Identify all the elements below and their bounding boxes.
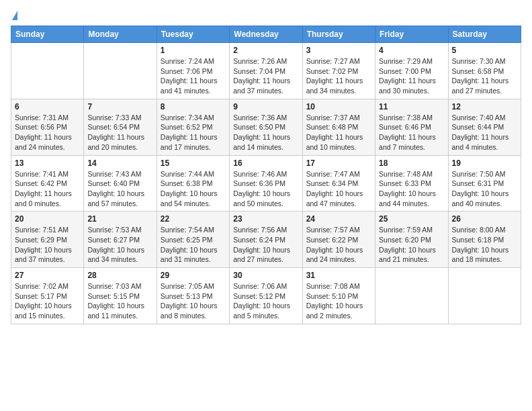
day-info: Sunrise: 8:00 AMSunset: 6:18 PMDaylight:… (452, 225, 517, 265)
day-info: Sunrise: 7:54 AMSunset: 6:25 PMDaylight:… (161, 225, 226, 265)
calendar-cell: 5Sunrise: 7:30 AMSunset: 6:58 PMDaylight… (448, 43, 521, 99)
day-info: Sunrise: 7:03 AMSunset: 5:15 PMDaylight:… (87, 281, 152, 321)
weekday-header: Sunday (11, 26, 84, 43)
day-number: 21 (87, 214, 152, 224)
calendar-cell (448, 268, 521, 324)
weekday-header: Thursday (302, 26, 375, 43)
day-info: Sunrise: 7:24 AMSunset: 7:06 PMDaylight:… (161, 56, 226, 96)
calendar-cell: 27Sunrise: 7:02 AMSunset: 5:17 PMDayligh… (11, 268, 84, 324)
logo-icon (12, 11, 17, 20)
logo (11, 11, 17, 20)
day-number: 7 (87, 102, 152, 111)
calendar-cell: 21Sunrise: 7:53 AMSunset: 6:27 PMDayligh… (84, 212, 157, 268)
day-number: 26 (452, 214, 517, 224)
day-info: Sunrise: 7:26 AMSunset: 7:04 PMDaylight:… (233, 56, 298, 96)
calendar-week-row: 6Sunrise: 7:31 AMSunset: 6:56 PMDaylight… (11, 99, 521, 155)
day-info: Sunrise: 7:31 AMSunset: 6:56 PMDaylight:… (15, 113, 80, 152)
day-number: 19 (452, 158, 517, 168)
day-number: 15 (161, 158, 226, 168)
calendar-cell: 26Sunrise: 8:00 AMSunset: 6:18 PMDayligh… (448, 212, 521, 268)
day-number: 4 (379, 46, 444, 55)
day-number: 2 (233, 46, 298, 55)
day-number: 31 (306, 271, 371, 280)
calendar-cell (375, 268, 448, 324)
calendar-cell: 31Sunrise: 7:08 AMSunset: 5:10 PMDayligh… (302, 268, 375, 324)
calendar-cell: 18Sunrise: 7:48 AMSunset: 6:33 PMDayligh… (375, 155, 448, 212)
calendar-week-row: 1Sunrise: 7:24 AMSunset: 7:06 PMDaylight… (11, 43, 521, 99)
day-info: Sunrise: 7:37 AMSunset: 6:48 PMDaylight:… (306, 113, 371, 152)
day-number: 18 (379, 158, 444, 168)
calendar-cell (84, 43, 157, 99)
calendar-cell: 1Sunrise: 7:24 AMSunset: 7:06 PMDaylight… (157, 43, 229, 99)
calendar-cell: 13Sunrise: 7:41 AMSunset: 6:42 PMDayligh… (11, 155, 84, 212)
calendar-cell: 7Sunrise: 7:33 AMSunset: 6:54 PMDaylight… (84, 99, 157, 155)
day-info: Sunrise: 7:50 AMSunset: 6:31 PMDaylight:… (452, 169, 517, 209)
calendar-cell: 6Sunrise: 7:31 AMSunset: 6:56 PMDaylight… (11, 99, 84, 155)
calendar-cell: 17Sunrise: 7:47 AMSunset: 6:34 PMDayligh… (302, 155, 375, 212)
weekday-header: Saturday (448, 26, 521, 43)
day-number: 14 (87, 158, 152, 168)
calendar-cell: 28Sunrise: 7:03 AMSunset: 5:15 PMDayligh… (84, 268, 157, 324)
weekday-header: Wednesday (230, 26, 302, 43)
calendar-cell: 11Sunrise: 7:38 AMSunset: 6:46 PMDayligh… (375, 99, 448, 155)
day-number: 11 (379, 102, 444, 111)
day-number: 22 (161, 214, 226, 224)
day-info: Sunrise: 7:56 AMSunset: 6:24 PMDaylight:… (233, 225, 298, 265)
day-info: Sunrise: 7:43 AMSunset: 6:40 PMDaylight:… (87, 169, 152, 209)
day-info: Sunrise: 7:02 AMSunset: 5:17 PMDaylight:… (15, 281, 80, 321)
day-info: Sunrise: 7:27 AMSunset: 7:02 PMDaylight:… (306, 56, 371, 96)
day-number: 28 (87, 271, 152, 280)
day-number: 20 (15, 214, 80, 224)
day-number: 16 (233, 158, 298, 168)
day-number: 23 (233, 214, 298, 224)
day-info: Sunrise: 7:44 AMSunset: 6:38 PMDaylight:… (161, 169, 226, 209)
calendar-cell: 30Sunrise: 7:06 AMSunset: 5:12 PMDayligh… (230, 268, 302, 324)
day-info: Sunrise: 7:40 AMSunset: 6:44 PMDaylight:… (452, 113, 517, 152)
day-number: 5 (452, 46, 517, 55)
calendar-cell: 9Sunrise: 7:36 AMSunset: 6:50 PMDaylight… (230, 99, 302, 155)
day-info: Sunrise: 7:47 AMSunset: 6:34 PMDaylight:… (306, 169, 371, 209)
day-number: 24 (306, 214, 371, 224)
calendar-cell: 24Sunrise: 7:57 AMSunset: 6:22 PMDayligh… (302, 212, 375, 268)
day-number: 17 (306, 158, 371, 168)
calendar-cell: 8Sunrise: 7:34 AMSunset: 6:52 PMDaylight… (157, 99, 229, 155)
calendar-cell: 23Sunrise: 7:56 AMSunset: 6:24 PMDayligh… (230, 212, 302, 268)
day-info: Sunrise: 7:48 AMSunset: 6:33 PMDaylight:… (379, 169, 444, 209)
calendar-cell: 2Sunrise: 7:26 AMSunset: 7:04 PMDaylight… (230, 43, 302, 99)
day-info: Sunrise: 7:59 AMSunset: 6:20 PMDaylight:… (379, 225, 444, 265)
calendar-cell: 10Sunrise: 7:37 AMSunset: 6:48 PMDayligh… (302, 99, 375, 155)
day-number: 6 (15, 102, 80, 111)
day-number: 13 (15, 158, 80, 168)
day-info: Sunrise: 7:29 AMSunset: 7:00 PMDaylight:… (379, 56, 444, 96)
calendar-table: SundayMondayTuesdayWednesdayThursdayFrid… (11, 26, 521, 324)
weekday-header: Friday (375, 26, 448, 43)
day-info: Sunrise: 7:30 AMSunset: 6:58 PMDaylight:… (452, 56, 517, 96)
day-number: 12 (452, 102, 517, 111)
day-number: 9 (233, 102, 298, 111)
weekday-header: Monday (84, 26, 157, 43)
calendar-cell: 4Sunrise: 7:29 AMSunset: 7:00 PMDaylight… (375, 43, 448, 99)
day-info: Sunrise: 7:36 AMSunset: 6:50 PMDaylight:… (233, 113, 298, 152)
day-info: Sunrise: 7:41 AMSunset: 6:42 PMDaylight:… (15, 169, 80, 209)
calendar-cell: 16Sunrise: 7:46 AMSunset: 6:36 PMDayligh… (230, 155, 302, 212)
calendar-week-row: 27Sunrise: 7:02 AMSunset: 5:17 PMDayligh… (11, 268, 521, 324)
day-number: 25 (379, 214, 444, 224)
calendar-week-row: 20Sunrise: 7:51 AMSunset: 6:29 PMDayligh… (11, 212, 521, 268)
calendar-cell: 14Sunrise: 7:43 AMSunset: 6:40 PMDayligh… (84, 155, 157, 212)
day-number: 10 (306, 102, 371, 111)
calendar-cell: 12Sunrise: 7:40 AMSunset: 6:44 PMDayligh… (448, 99, 521, 155)
calendar-cell: 15Sunrise: 7:44 AMSunset: 6:38 PMDayligh… (157, 155, 229, 212)
day-info: Sunrise: 7:53 AMSunset: 6:27 PMDaylight:… (87, 225, 152, 265)
day-info: Sunrise: 7:08 AMSunset: 5:10 PMDaylight:… (306, 281, 371, 321)
day-number: 27 (15, 271, 80, 280)
calendar-cell: 29Sunrise: 7:05 AMSunset: 5:13 PMDayligh… (157, 268, 229, 324)
day-info: Sunrise: 7:38 AMSunset: 6:46 PMDaylight:… (379, 113, 444, 152)
calendar-header-row: SundayMondayTuesdayWednesdayThursdayFrid… (11, 26, 521, 43)
calendar-cell: 25Sunrise: 7:59 AMSunset: 6:20 PMDayligh… (375, 212, 448, 268)
day-info: Sunrise: 7:33 AMSunset: 6:54 PMDaylight:… (87, 113, 152, 152)
day-number: 3 (306, 46, 371, 55)
day-info: Sunrise: 7:46 AMSunset: 6:36 PMDaylight:… (233, 169, 298, 209)
day-info: Sunrise: 7:05 AMSunset: 5:13 PMDaylight:… (161, 281, 226, 321)
calendar-cell: 19Sunrise: 7:50 AMSunset: 6:31 PMDayligh… (448, 155, 521, 212)
day-info: Sunrise: 7:34 AMSunset: 6:52 PMDaylight:… (161, 113, 226, 152)
